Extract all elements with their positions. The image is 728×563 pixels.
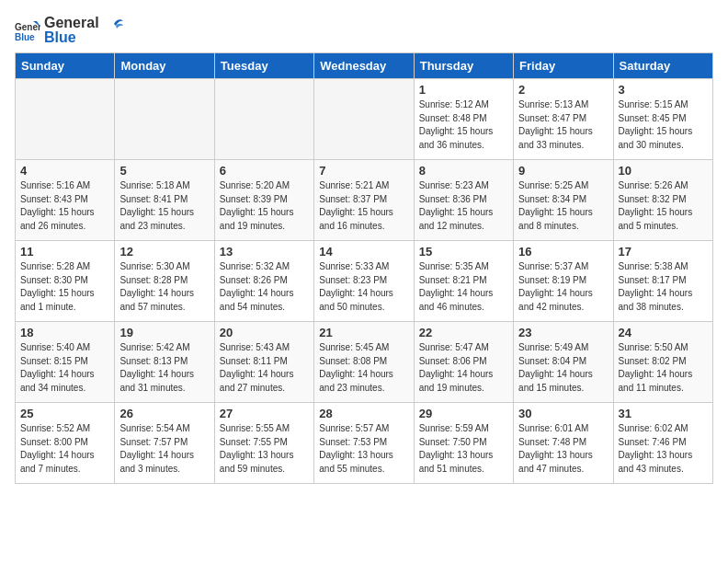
- day-number: 10: [619, 164, 708, 178]
- day-info: Sunrise: 6:02 AM Sunset: 7:46 PM Dayligh…: [619, 422, 708, 476]
- calendar-cell: 19Sunrise: 5:42 AM Sunset: 8:13 PM Dayli…: [115, 322, 214, 403]
- week-row-2: 4Sunrise: 5:16 AM Sunset: 8:43 PM Daylig…: [16, 160, 713, 241]
- day-info: Sunrise: 5:26 AM Sunset: 8:32 PM Dayligh…: [619, 179, 708, 233]
- day-info: Sunrise: 5:25 AM Sunset: 8:34 PM Dayligh…: [518, 179, 608, 233]
- day-info: Sunrise: 5:54 AM Sunset: 7:57 PM Dayligh…: [119, 422, 209, 476]
- day-info: Sunrise: 5:16 AM Sunset: 8:43 PM Dayligh…: [20, 179, 109, 233]
- day-header-friday: Friday: [514, 53, 613, 79]
- calendar-cell: 24Sunrise: 5:50 AM Sunset: 8:02 PM Dayli…: [613, 322, 712, 403]
- day-number: 3: [619, 83, 708, 97]
- day-number: 23: [518, 326, 608, 339]
- day-header-saturday: Saturday: [613, 53, 712, 79]
- day-info: Sunrise: 5:52 AM Sunset: 8:00 PM Dayligh…: [20, 422, 109, 476]
- day-number: 26: [119, 407, 209, 420]
- day-info: Sunrise: 5:57 AM Sunset: 7:53 PM Dayligh…: [319, 422, 408, 476]
- calendar-cell: 26Sunrise: 5:54 AM Sunset: 7:57 PM Dayli…: [115, 403, 214, 484]
- calendar-cell: 12Sunrise: 5:30 AM Sunset: 8:28 PM Dayli…: [115, 241, 214, 322]
- day-number: 27: [220, 407, 309, 420]
- day-header-row: SundayMondayTuesdayWednesdayThursdayFrid…: [16, 53, 713, 79]
- day-number: 5: [119, 164, 209, 178]
- calendar-cell: 3Sunrise: 5:15 AM Sunset: 8:45 PM Daylig…: [613, 79, 712, 160]
- logo-blue: Blue: [44, 29, 99, 46]
- calendar-cell: [115, 79, 214, 160]
- day-number: 22: [419, 326, 508, 339]
- calendar-table: SundayMondayTuesdayWednesdayThursdayFrid…: [15, 52, 713, 484]
- day-number: 4: [20, 164, 109, 178]
- calendar-cell: [314, 79, 414, 160]
- calendar-cell: 25Sunrise: 5:52 AM Sunset: 8:00 PM Dayli…: [16, 403, 115, 484]
- calendar-cell: 2Sunrise: 5:13 AM Sunset: 8:47 PM Daylig…: [514, 79, 613, 160]
- day-number: 17: [619, 245, 708, 259]
- calendar-cell: 31Sunrise: 6:02 AM Sunset: 7:46 PM Dayli…: [613, 403, 712, 484]
- day-number: 7: [319, 164, 408, 178]
- day-info: Sunrise: 5:33 AM Sunset: 8:23 PM Dayligh…: [319, 260, 408, 314]
- calendar-cell: 16Sunrise: 5:37 AM Sunset: 8:19 PM Dayli…: [514, 241, 613, 322]
- calendar-cell: 22Sunrise: 5:47 AM Sunset: 8:06 PM Dayli…: [414, 322, 513, 403]
- day-info: Sunrise: 5:13 AM Sunset: 8:47 PM Dayligh…: [518, 98, 608, 152]
- calendar-cell: 30Sunrise: 6:01 AM Sunset: 7:48 PM Dayli…: [514, 403, 613, 484]
- day-info: Sunrise: 5:12 AM Sunset: 8:48 PM Dayligh…: [419, 98, 508, 152]
- day-header-sunday: Sunday: [16, 53, 115, 79]
- calendar-cell: 7Sunrise: 5:21 AM Sunset: 8:37 PM Daylig…: [314, 160, 414, 241]
- calendar-cell: 6Sunrise: 5:20 AM Sunset: 8:39 PM Daylig…: [214, 160, 313, 241]
- day-info: Sunrise: 6:01 AM Sunset: 7:48 PM Dayligh…: [518, 422, 608, 476]
- calendar-cell: 14Sunrise: 5:33 AM Sunset: 8:23 PM Dayli…: [314, 241, 414, 322]
- day-info: Sunrise: 5:28 AM Sunset: 8:30 PM Dayligh…: [20, 260, 109, 314]
- calendar-cell: 13Sunrise: 5:32 AM Sunset: 8:26 PM Dayli…: [214, 241, 313, 322]
- day-number: 16: [518, 245, 608, 259]
- day-number: 6: [220, 164, 309, 178]
- day-number: 18: [20, 326, 109, 339]
- calendar-cell: 18Sunrise: 5:40 AM Sunset: 8:15 PM Dayli…: [16, 322, 115, 403]
- calendar-cell: 15Sunrise: 5:35 AM Sunset: 8:21 PM Dayli…: [414, 241, 513, 322]
- calendar-cell: 28Sunrise: 5:57 AM Sunset: 7:53 PM Dayli…: [314, 403, 414, 484]
- day-number: 28: [319, 407, 408, 420]
- calendar-cell: 20Sunrise: 5:43 AM Sunset: 8:11 PM Dayli…: [214, 322, 313, 403]
- day-info: Sunrise: 5:47 AM Sunset: 8:06 PM Dayligh…: [419, 341, 508, 395]
- calendar-cell: 17Sunrise: 5:38 AM Sunset: 8:17 PM Dayli…: [613, 241, 712, 322]
- calendar-cell: 8Sunrise: 5:23 AM Sunset: 8:36 PM Daylig…: [414, 160, 513, 241]
- day-info: Sunrise: 5:18 AM Sunset: 8:41 PM Dayligh…: [119, 179, 209, 233]
- calendar-cell: 21Sunrise: 5:45 AM Sunset: 8:08 PM Dayli…: [314, 322, 414, 403]
- calendar-cell: 9Sunrise: 5:25 AM Sunset: 8:34 PM Daylig…: [514, 160, 613, 241]
- week-row-3: 11Sunrise: 5:28 AM Sunset: 8:30 PM Dayli…: [16, 241, 713, 322]
- logo-general: General: [44, 15, 99, 31]
- day-info: Sunrise: 5:49 AM Sunset: 8:04 PM Dayligh…: [518, 341, 608, 395]
- day-info: Sunrise: 5:30 AM Sunset: 8:28 PM Dayligh…: [119, 260, 209, 314]
- day-number: 8: [419, 164, 508, 178]
- calendar-cell: 10Sunrise: 5:26 AM Sunset: 8:32 PM Dayli…: [613, 160, 712, 241]
- day-info: Sunrise: 5:50 AM Sunset: 8:02 PM Dayligh…: [619, 341, 708, 395]
- day-number: 29: [419, 407, 508, 420]
- logo: General Blue General Blue: [15, 15, 123, 45]
- calendar-cell: 4Sunrise: 5:16 AM Sunset: 8:43 PM Daylig…: [16, 160, 115, 241]
- day-number: 31: [619, 407, 708, 420]
- day-info: Sunrise: 5:59 AM Sunset: 7:50 PM Dayligh…: [419, 422, 508, 476]
- day-number: 12: [119, 245, 209, 259]
- day-info: Sunrise: 5:40 AM Sunset: 8:15 PM Dayligh…: [20, 341, 109, 395]
- day-info: Sunrise: 5:42 AM Sunset: 8:13 PM Dayligh…: [119, 341, 209, 395]
- day-header-wednesday: Wednesday: [314, 53, 414, 79]
- day-info: Sunrise: 5:43 AM Sunset: 8:11 PM Dayligh…: [220, 341, 309, 395]
- day-info: Sunrise: 5:55 AM Sunset: 7:55 PM Dayligh…: [220, 422, 309, 476]
- header: General Blue General Blue: [15, 15, 713, 45]
- day-number: 21: [319, 326, 408, 339]
- day-info: Sunrise: 5:45 AM Sunset: 8:08 PM Dayligh…: [319, 341, 408, 395]
- logo-icon: General Blue: [15, 17, 40, 43]
- day-number: 14: [319, 245, 408, 259]
- week-row-1: 1Sunrise: 5:12 AM Sunset: 8:48 PM Daylig…: [16, 79, 713, 160]
- day-info: Sunrise: 5:32 AM Sunset: 8:26 PM Dayligh…: [220, 260, 309, 314]
- week-row-4: 18Sunrise: 5:40 AM Sunset: 8:15 PM Dayli…: [16, 322, 713, 403]
- day-header-tuesday: Tuesday: [214, 53, 313, 79]
- day-header-monday: Monday: [115, 53, 214, 79]
- logo-bird-icon: [105, 17, 123, 35]
- day-header-thursday: Thursday: [414, 53, 513, 79]
- day-info: Sunrise: 5:38 AM Sunset: 8:17 PM Dayligh…: [619, 260, 708, 314]
- calendar-cell: 29Sunrise: 5:59 AM Sunset: 7:50 PM Dayli…: [414, 403, 513, 484]
- day-number: 13: [220, 245, 309, 259]
- day-number: 20: [220, 326, 309, 339]
- calendar-cell: [214, 79, 313, 160]
- day-info: Sunrise: 5:15 AM Sunset: 8:45 PM Dayligh…: [619, 98, 708, 152]
- week-row-5: 25Sunrise: 5:52 AM Sunset: 8:00 PM Dayli…: [16, 403, 713, 484]
- day-info: Sunrise: 5:23 AM Sunset: 8:36 PM Dayligh…: [419, 179, 508, 233]
- day-number: 19: [119, 326, 209, 339]
- day-info: Sunrise: 5:35 AM Sunset: 8:21 PM Dayligh…: [419, 260, 508, 314]
